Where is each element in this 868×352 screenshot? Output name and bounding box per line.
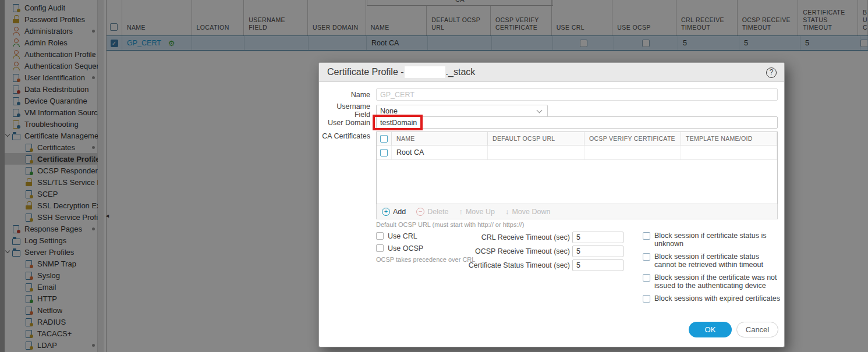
ca-row-cell: Root CA <box>392 145 488 159</box>
block-option-block-session-if-the-certificate-was-not[interactable]: Block session if the certificate was not… <box>643 274 781 290</box>
use-crl-checkbox-row[interactable]: Use CRL <box>376 232 417 240</box>
timeout-fields: CRL Receive Timeout (sec)OCSP Receive Ti… <box>430 232 623 273</box>
ca-row-checkbox[interactable] <box>380 149 388 157</box>
ca-certificates-toolbar: +Add−Delete↑Move Up↓Move Down <box>376 204 778 219</box>
ca-cell-value: Root CA <box>396 148 424 157</box>
toolbar-button-label: Move Down <box>512 208 550 216</box>
dialog-title-bar: Certificate Profile - ._stack ? <box>319 63 784 82</box>
block-option-block-sessions-with-expired-certificates[interactable]: Block sessions with expired certificates <box>643 295 781 303</box>
delete-icon: − <box>416 208 424 216</box>
ca-column-header-label: TEMPLATE NAME/OID <box>686 135 753 142</box>
username-field-value: None <box>380 107 398 115</box>
ca-row-cell <box>488 145 584 159</box>
user-domain-field[interactable] <box>376 116 778 129</box>
ocsp-receive-timeout-sec-field[interactable] <box>572 246 623 257</box>
ca-certificates-label: CA Certificates <box>319 132 370 140</box>
ca-column-header-ocsp-verify-certificate[interactable]: OCSP VERIFY CERTIFICATE <box>584 132 681 145</box>
block-option-checkbox[interactable] <box>643 253 650 261</box>
ca-certificates-table: NAMEDEFAULT OCSP URLOCSP VERIFY CERTIFIC… <box>376 131 778 204</box>
block-option-checkbox[interactable] <box>643 232 650 240</box>
block-option-block-session-if-certificate-status-cann[interactable]: Block session if certificate status cann… <box>643 253 781 269</box>
ca-row-cell <box>681 145 777 159</box>
use-crl-checkbox[interactable] <box>376 232 384 240</box>
cancel-button[interactable]: Cancel <box>736 322 778 337</box>
timeout-row-certificate-status-timeout-sec: Certificate Status Timeout (sec) <box>430 259 623 271</box>
help-icon[interactable]: ? <box>766 67 777 78</box>
toolbar-button-label: Move Up <box>466 208 495 216</box>
block-option-label: Block session if the certificate was not… <box>654 274 781 290</box>
ca-row-cell <box>584 145 681 159</box>
use-crl-label: Use CRL <box>388 232 417 240</box>
move-down-button[interactable]: ↓Move Down <box>505 207 551 216</box>
username-field-select[interactable]: None <box>376 105 548 117</box>
block-options: Block session if certificate status is u… <box>643 232 781 308</box>
dialog-title-prefix: Certificate Profile - <box>327 67 404 77</box>
block-option-label: Block sessions with expired certificates <box>654 295 780 303</box>
dialog-title-suffix: ._stack <box>446 67 476 77</box>
move-up-button[interactable]: ↑Move Up <box>459 207 495 216</box>
timeout-row-ocsp-receive-timeout-sec: OCSP Receive Timeout (sec) <box>430 246 623 257</box>
ok-button[interactable]: OK <box>689 322 732 337</box>
block-option-label: Block session if certificate status is u… <box>654 232 781 248</box>
timeout-row-crl-receive-timeout-sec: CRL Receive Timeout (sec) <box>430 232 623 243</box>
ca-column-header-label: DEFAULT OCSP URL <box>493 135 555 142</box>
ca-select-all-cell <box>377 132 392 145</box>
timeout-label: Certificate Status Timeout (sec) <box>430 261 570 269</box>
ca-column-header-template-name-oid[interactable]: TEMPLATE NAME/OID <box>681 132 777 145</box>
add-button[interactable]: +Add <box>382 208 406 216</box>
use-ocsp-checkbox[interactable] <box>376 244 384 252</box>
add-icon: + <box>382 208 390 216</box>
ca-column-header-default-ocsp-url[interactable]: DEFAULT OCSP URL <box>488 132 584 145</box>
name-field[interactable] <box>376 88 778 101</box>
ca-column-header-label: NAME <box>396 135 415 142</box>
user-domain-label: User Domain <box>319 119 370 127</box>
crl-receive-timeout-sec-field[interactable] <box>572 232 623 243</box>
block-option-label: Block session if certificate status cann… <box>654 253 781 269</box>
certificate-profile-dialog: Certificate Profile - ._stack ? Name Use… <box>318 62 785 347</box>
default-ocsp-url-hint: Default OCSP URL (must start with http:/… <box>376 221 524 228</box>
arrow-up-icon: ↑ <box>459 207 463 216</box>
ca-select-all-checkbox[interactable] <box>380 135 388 143</box>
name-label: Name <box>319 91 370 99</box>
block-option-checkbox[interactable] <box>643 295 650 303</box>
use-ocsp-checkbox-row[interactable]: Use OCSP <box>376 244 423 253</box>
ca-table-row[interactable]: Root CA <box>377 145 777 160</box>
toolbar-button-label: Add <box>393 208 406 216</box>
use-ocsp-label: Use OCSP <box>388 244 423 253</box>
toolbar-button-label: Delete <box>427 208 448 216</box>
chevron-down-icon <box>537 107 543 113</box>
ca-table-header: NAMEDEFAULT OCSP URLOCSP VERIFY CERTIFIC… <box>377 132 777 145</box>
ca-row-select-cell <box>377 145 392 159</box>
arrow-down-icon: ↓ <box>505 207 509 216</box>
delete-button[interactable]: −Delete <box>416 208 448 216</box>
certificate-status-timeout-sec-field[interactable] <box>572 259 623 271</box>
ca-column-header-label: OCSP VERIFY CERTIFICATE <box>589 135 675 142</box>
block-option-checkbox[interactable] <box>643 274 650 282</box>
timeout-label: OCSP Receive Timeout (sec) <box>430 247 570 255</box>
timeout-label: CRL Receive Timeout (sec) <box>430 233 570 241</box>
redacted-text-box <box>405 66 445 78</box>
block-option-block-session-if-certificate-status-is-u[interactable]: Block session if certificate status is u… <box>643 232 781 248</box>
ca-column-header-name[interactable]: NAME <box>392 132 488 145</box>
